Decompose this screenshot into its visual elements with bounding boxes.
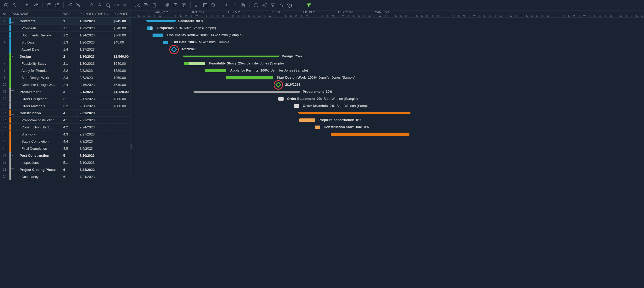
cost-cell[interactable]: [112, 173, 131, 180]
cost-cell[interactable]: [112, 46, 131, 53]
table-row[interactable]: 1-Contracts11/23/2023$945.00: [0, 18, 131, 25]
wbs-cell[interactable]: 6: [62, 166, 78, 173]
task-name-cell[interactable]: Complete Design W…: [9, 81, 62, 88]
col-task-name[interactable]: TASK NAME: [9, 10, 62, 17]
table-row[interactable]: 20Final Completion4.57/4/2023: [0, 145, 131, 152]
task-name-cell[interactable]: Start Design Work: [9, 74, 62, 81]
wbs-cell[interactable]: 4.2: [62, 124, 78, 131]
task-bar[interactable]: [226, 76, 273, 79]
wbs-cell[interactable]: 5.1: [62, 159, 78, 166]
task-bar[interactable]: [315, 126, 320, 129]
expand-toggle[interactable]: -: [11, 168, 14, 171]
expand-toggle[interactable]: -: [11, 55, 14, 58]
cost-cell[interactable]: [112, 159, 131, 166]
table-row[interactable]: 16Prep/Pre-construction4.12/21/2023: [0, 117, 131, 124]
send-icon[interactable]: [261, 2, 268, 9]
fill-color-icon[interactable]: [104, 2, 112, 9]
start-cell[interactable]: 2/17/2023: [78, 95, 112, 102]
start-cell[interactable]: 2/21/2023: [78, 117, 112, 123]
wbs-cell[interactable]: 4.4: [62, 138, 78, 145]
table-row[interactable]: 21-Post Construction57/10/2023: [0, 152, 131, 159]
start-cell[interactable]: 7/10/2023: [78, 152, 112, 159]
col-planned-start[interactable]: PLANNED START …: [78, 10, 112, 17]
cost-cell[interactable]: [112, 124, 131, 131]
start-cell[interactable]: 1/24/2023: [78, 32, 112, 39]
task-name-cell[interactable]: -Construction: [9, 110, 62, 116]
table-row[interactable]: 13Order Materials3.22/20/2023$280.00: [0, 102, 131, 110]
undo-icon[interactable]: [24, 2, 31, 9]
expand-toggle[interactable]: -: [11, 90, 14, 93]
task-name-cell[interactable]: Proposals: [9, 25, 62, 31]
wbs-cell[interactable]: 6.1: [62, 173, 78, 180]
task-name-cell[interactable]: Occupancy: [9, 173, 62, 180]
redo-icon[interactable]: [32, 2, 40, 9]
cost-cell[interactable]: $540.00: [112, 25, 131, 31]
print-icon[interactable]: [240, 2, 247, 9]
task-name-cell[interactable]: Feasibility Study: [9, 60, 62, 67]
task-bar[interactable]: [163, 41, 168, 44]
task-bar[interactable]: [278, 97, 284, 101]
task-name-cell[interactable]: Site work: [9, 131, 62, 138]
cost-cell[interactable]: [112, 117, 131, 123]
task-bar[interactable]: [184, 62, 205, 65]
tag-icon[interactable]: [121, 2, 128, 9]
task-name-cell[interactable]: -Procurement: [9, 88, 62, 95]
start-cell[interactable]: 2/3/2023: [78, 67, 112, 74]
trash-icon[interactable]: [88, 2, 95, 9]
table-row[interactable]: 18Site work4.32/27/2023: [0, 131, 131, 138]
col-planned-cost[interactable]: PLANNED: [112, 10, 131, 17]
gantt-view-icon[interactable]: [193, 2, 201, 9]
task-name-cell[interactable]: -Design: [9, 53, 62, 60]
table-row[interactable]: 4Bid Date1.31/26/2023$45.00: [0, 39, 131, 46]
cost-cell[interactable]: $960.00: [112, 74, 131, 81]
cost-cell[interactable]: [112, 152, 131, 159]
start-cell[interactable]: 1/23/2023: [78, 18, 112, 24]
table-row[interactable]: 24Occupancy6.17/24/2023: [0, 173, 131, 180]
wbs-cell[interactable]: 3.2: [62, 102, 78, 109]
table-row[interactable]: 11-Procurement32/1/2023$1,120.00: [0, 88, 131, 95]
cost-cell[interactable]: $640.00: [112, 60, 131, 67]
summary-bar[interactable]: [184, 56, 278, 57]
table-row[interactable]: 6-Design21/30/2023$2,560.00: [0, 53, 131, 60]
task-name-cell[interactable]: -Contracts: [9, 18, 62, 24]
copy-icon[interactable]: [142, 2, 150, 9]
cost-cell[interactable]: $2,560.00: [112, 53, 131, 60]
start-cell[interactable]: 1/27/2023: [78, 46, 112, 53]
task-name-cell[interactable]: Stage Completion: [9, 138, 62, 145]
cost-cell[interactable]: [112, 110, 131, 116]
text-color-icon[interactable]: [96, 2, 103, 9]
wbs-cell[interactable]: 3: [62, 88, 78, 95]
start-cell[interactable]: 2/20/2023: [78, 102, 112, 109]
wbs-cell[interactable]: 3.1: [62, 95, 78, 102]
task-name-cell[interactable]: Award Date: [9, 46, 62, 53]
info-icon[interactable]: [252, 2, 260, 9]
indent-icon[interactable]: [53, 2, 61, 9]
task-name-cell[interactable]: Inspections: [9, 159, 62, 166]
comment-icon[interactable]: [180, 2, 188, 9]
summary-bar[interactable]: [194, 91, 299, 93]
settings-icon[interactable]: [286, 2, 293, 9]
table-row[interactable]: 17Construction Start …4.22/24/2023: [0, 124, 131, 131]
task-name-cell[interactable]: Construction Start …: [9, 124, 62, 131]
filter-icon[interactable]: [269, 2, 277, 9]
grid-view-icon[interactable]: [202, 2, 209, 9]
table-row[interactable]: 8Apply for Permits2.22/3/2023$320.00: [0, 67, 131, 74]
add-user-icon[interactable]: [11, 2, 18, 9]
task-name-cell[interactable]: -Project Closing Phase: [9, 166, 62, 173]
table-row[interactable]: 2Proposals1.11/23/2023$540.00: [0, 25, 131, 32]
table-row[interactable]: 22Inspections5.17/10/2023: [0, 159, 131, 166]
start-cell[interactable]: 2/7/2023: [78, 74, 112, 81]
table-row[interactable]: 3Documents Review1.21/24/2023$360.00: [0, 32, 131, 39]
outdent-icon[interactable]: [45, 2, 52, 9]
task-name-cell[interactable]: Final Completion: [9, 145, 62, 152]
task-name-cell[interactable]: Order Materials: [9, 102, 62, 109]
task-name-cell[interactable]: Apply for Permits: [9, 67, 62, 74]
task-name-cell[interactable]: Bid Date: [9, 39, 62, 46]
cost-cell[interactable]: $640.00: [112, 81, 131, 88]
task-name-cell[interactable]: Prep/Pre-construction: [9, 117, 62, 123]
col-all[interactable]: All: [0, 10, 9, 17]
wbs-cell[interactable]: 2.4: [62, 81, 78, 88]
cost-cell[interactable]: $280.00: [112, 95, 131, 102]
wbs-cell[interactable]: 2: [62, 53, 78, 60]
table-row[interactable]: 10Complete Design W…2.42/16/2023$640.00: [0, 81, 131, 88]
